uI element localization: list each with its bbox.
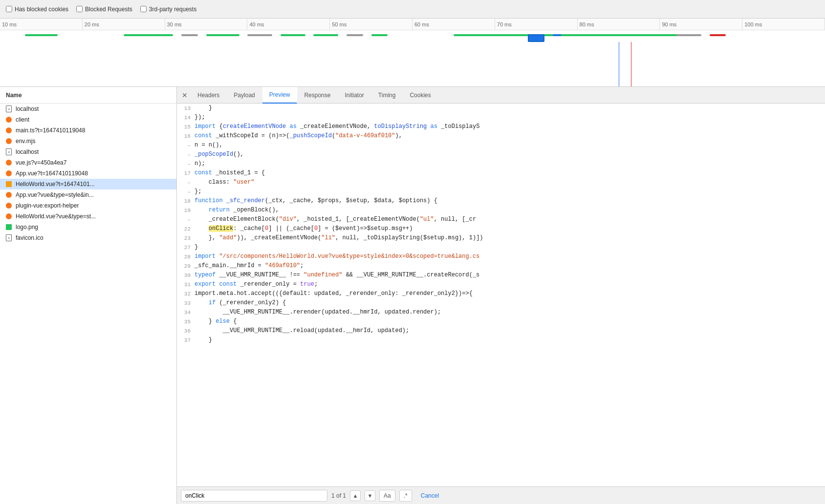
file-name: App.vue?vue&type=style&in... <box>16 191 94 198</box>
tick-50ms: 50 ms <box>330 19 412 30</box>
code-line-19: 19 return _openBlock(), <box>177 206 825 215</box>
file-name: localhost <box>16 105 39 112</box>
regex-button[interactable]: .* <box>399 490 412 502</box>
orange-icon <box>5 159 13 167</box>
code-line-dash-4: – class: "user" <box>177 178 825 187</box>
file-name: localhost <box>16 148 39 155</box>
timeline-section: 10 ms 20 ms 30 ms 40 ms 50 ms 60 ms 70 m… <box>0 19 825 87</box>
tabs-bar: ✕ Headers Payload Preview Response Initi… <box>177 87 825 104</box>
tick-40ms: 40 ms <box>247 19 330 30</box>
tab-headers[interactable]: Headers <box>191 87 227 104</box>
doc-icon: ≡ <box>5 148 13 156</box>
search-input[interactable] <box>181 490 327 502</box>
file-name: HelloWorld.vue?vue&type=st... <box>16 213 96 220</box>
code-line-dash-3: – n); <box>177 159 825 168</box>
has-blocked-cookies-filter[interactable]: Has blocked cookies <box>6 6 68 13</box>
right-panel: ✕ Headers Payload Preview Response Initi… <box>177 87 825 504</box>
search-cancel-button[interactable]: Cancel <box>416 491 444 500</box>
tab-initiator[interactable]: Initiator <box>338 87 371 104</box>
sidebar-item-helloworld[interactable]: HelloWorld.vue?t=16474101... <box>0 179 176 189</box>
tick-70ms: 70 ms <box>495 19 578 30</box>
tab-response[interactable]: Response <box>297 87 338 104</box>
sidebar-item-env-mjs[interactable]: env.mjs <box>0 136 176 147</box>
tab-cookies[interactable]: Cookies <box>403 87 438 104</box>
orange-icon <box>5 212 13 220</box>
timeline-content[interactable] <box>0 30 825 87</box>
sidebar: Name ≡ localhost client main.ts?t=164741… <box>0 87 177 504</box>
code-view[interactable]: 13 } 14 }); 15 import {createElementVNod… <box>177 104 825 486</box>
file-name: favicon.ico <box>16 234 43 241</box>
filter-bar: Has blocked cookies Blocked Requests 3rd… <box>0 0 825 19</box>
has-blocked-cookies-label: Has blocked cookies <box>15 6 68 13</box>
file-name: env.mjs <box>16 138 35 145</box>
file-name: logo.png <box>16 224 38 231</box>
code-line-23: 23 }, "add")), _createElementVNode("li",… <box>177 233 825 243</box>
tick-10ms: 10 ms <box>0 19 83 30</box>
sidebar-item-logo-png[interactable]: logo.png <box>0 222 176 232</box>
sidebar-item-client[interactable]: client <box>0 114 176 125</box>
cursor-line-red <box>631 42 631 87</box>
sidebar-item-app-vue-style[interactable]: App.vue?vue&type=style&in... <box>0 189 176 200</box>
code-line-dash-1: – n = n(), <box>177 141 825 150</box>
code-line-33: 33 if (_rerender_only2) { <box>177 298 825 308</box>
sidebar-item-main-ts[interactable]: main.ts?t=1647410119048 <box>0 125 176 136</box>
sidebar-item-favicon-ico[interactable]: ≡ favicon.ico <box>0 232 176 243</box>
has-blocked-cookies-checkbox[interactable] <box>6 6 12 12</box>
tick-100ms: 100 ms <box>742 19 825 30</box>
file-name: vue.js?v=450a4ea7 <box>16 159 66 166</box>
file-name: main.ts?t=1647410119048 <box>16 127 85 134</box>
code-line-13: 13 } <box>177 104 825 113</box>
yellow-icon <box>5 180 13 188</box>
tick-30ms: 30 ms <box>165 19 248 30</box>
tab-preview[interactable]: Preview <box>262 87 298 104</box>
tick-20ms: 20 ms <box>83 19 165 30</box>
file-name: App.vue?t=1647410119048 <box>16 170 88 177</box>
code-line-35: 35 } else { <box>177 317 825 326</box>
file-name: HelloWorld.vue?t=16474101... <box>16 181 95 188</box>
sidebar-item-plugin-vue[interactable]: plugin-vue:export-helper <box>0 200 176 211</box>
code-line-36: 36 __VUE_HMR_RUNTIME__.reload(updated.__… <box>177 326 825 336</box>
code-line-32: 32 import.meta.hot.accept(({default: upd… <box>177 289 825 298</box>
search-prev-button[interactable]: ▲ <box>350 490 361 501</box>
sidebar-header: Name <box>0 87 176 104</box>
orange-icon <box>5 116 13 124</box>
search-bar: 1 of 1 ▲ ▼ Aa .* Cancel <box>177 486 825 504</box>
sidebar-item-localhost-1[interactable]: ≡ localhost <box>0 104 176 114</box>
file-name: client <box>16 116 29 123</box>
code-line-34: 34 __VUE_HMR_RUNTIME__.rerender(updated.… <box>177 308 825 317</box>
3rd-party-checkbox[interactable] <box>140 6 147 12</box>
search-count: 1 of 1 <box>331 492 346 499</box>
tab-payload[interactable]: Payload <box>227 87 262 104</box>
code-line-31: 31 export const _rerender_only = true; <box>177 280 825 289</box>
3rd-party-label: 3rd-party requests <box>149 6 196 13</box>
orange-icon <box>5 169 13 177</box>
code-line-dash-6: – _createElementBlock("div", _hoisted_1,… <box>177 215 825 224</box>
tab-timing[interactable]: Timing <box>371 87 403 104</box>
tick-60ms: 60 ms <box>412 19 495 30</box>
close-tab-button[interactable]: ✕ <box>179 89 191 101</box>
blocked-requests-checkbox[interactable] <box>76 6 83 12</box>
sidebar-item-vue-js[interactable]: vue.js?v=450a4ea7 <box>0 157 176 168</box>
sidebar-item-app-vue[interactable]: App.vue?t=1647410119048 <box>0 168 176 179</box>
main-content: Name ≡ localhost client main.ts?t=164741… <box>0 87 825 504</box>
code-line-22: 22 onClick: _cache[0] || (_cache[0] = ($… <box>177 224 825 233</box>
sidebar-item-localhost-2[interactable]: ≡ localhost <box>0 147 176 157</box>
3rd-party-requests-filter[interactable]: 3rd-party requests <box>140 6 196 13</box>
doc-icon: ≡ <box>5 234 13 242</box>
cursor-line-blue <box>619 42 619 87</box>
search-next-button[interactable]: ▼ <box>365 490 375 501</box>
orange-icon <box>5 126 13 134</box>
sidebar-item-helloworld-st[interactable]: HelloWorld.vue?vue&type=st... <box>0 211 176 222</box>
case-sensitive-button[interactable]: Aa <box>379 490 395 502</box>
code-line-dash-5: – }; <box>177 187 825 196</box>
code-line-14: 14 }); <box>177 113 825 122</box>
blocked-requests-filter[interactable]: Blocked Requests <box>76 6 132 13</box>
code-line-37: 37 } <box>177 336 825 345</box>
green-icon <box>5 223 13 231</box>
file-name: plugin-vue:export-helper <box>16 202 79 209</box>
tick-80ms: 80 ms <box>578 19 660 30</box>
code-line-17: 17 const _hoisted_1 = { <box>177 168 825 178</box>
code-line-28: 28 import "/src/components/HelloWorld.vu… <box>177 252 825 261</box>
code-line-15: 15 import {createElementVNode as _create… <box>177 122 825 131</box>
code-line-27: 27 } <box>177 243 825 252</box>
